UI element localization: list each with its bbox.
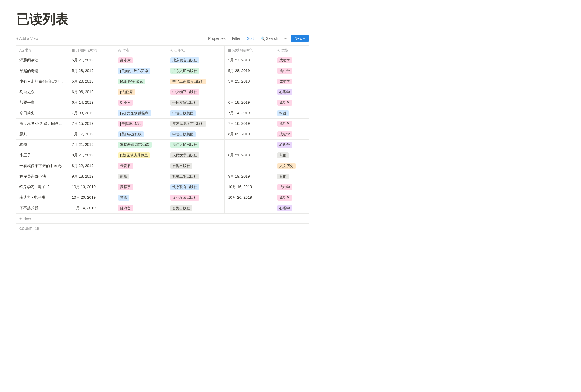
type-tag: 成功学 — [277, 100, 292, 106]
table-container: Aa 书名 ☰ 开始阅读时间 ◎ 作者 — [16, 45, 309, 234]
cell-end-date: 8月 21, 2019 — [225, 150, 274, 161]
cell-author: [法] 圣埃克苏佩里 — [115, 150, 167, 161]
author-tag: 最爱君 — [118, 163, 133, 169]
plus-icon: + — [19, 216, 22, 221]
col-header-start-date[interactable]: ☰ 开始阅读时间 — [68, 46, 115, 55]
cell-start-date: 7月 17, 2019 — [68, 129, 115, 140]
author-tag: 彭小六 — [118, 57, 133, 63]
table-row[interactable]: 乌合之众 6月 06, 2019 [法]勒庞 中央编译出版社 心理学 — [16, 87, 309, 97]
type-tag: 成功学 — [277, 184, 292, 190]
page-title: 已读列表 — [16, 11, 309, 28]
cell-name: 一看就停不下来的中国史... — [16, 161, 68, 171]
table-row[interactable]: 一看就停不下来的中国史... 8月 22, 2019 最爱君 台海出版社 人文历… — [16, 161, 309, 171]
table-row[interactable]: 少有人走的路4在焦虑的... 5月 28, 2019 M.斯科特·派克 中华工商… — [16, 76, 309, 87]
author-tag: 彭小六 — [118, 100, 133, 106]
more-options-button[interactable]: ··· — [282, 35, 289, 42]
col-header-end-date[interactable]: ☰ 完成阅读时间 — [225, 46, 274, 55]
cell-publisher: 文化发展出版社 — [167, 192, 225, 203]
calendar-icon: ☰ — [72, 48, 75, 53]
cell-end-date: 6月 18, 2019 — [225, 97, 274, 108]
cell-start-date: 5月 21, 2019 — [68, 55, 115, 66]
table-row[interactable]: 稀缺 7月 21, 2019 塞德希尔·穆来纳森 浙江人民出版社 心理学 — [16, 140, 309, 150]
table-row[interactable]: 颠覆平庸 6月 14, 2019 彭小六 中国友谊出版社 6月 18, 2019… — [16, 97, 309, 108]
publisher-tag: 江苏凤凰文艺出版社 — [170, 121, 206, 127]
table-row[interactable]: 原则 7月 17, 2019 [美] 瑞·达利欧 中信出版集团 8月 09, 2… — [16, 129, 309, 140]
publisher-tag: 人民文学出版社 — [170, 152, 199, 158]
cell-end-date: 7月 16, 2019 — [225, 119, 274, 129]
cell-start-date: 6月 06, 2019 — [68, 87, 115, 97]
cell-publisher: 北京联合出版社 — [167, 182, 225, 192]
filter-button[interactable]: Filter — [230, 35, 243, 42]
col-header-type[interactable]: ◎ 类型 — [274, 46, 309, 55]
table-row[interactable]: 深度思考-不断逼近问题... 7月 15, 2019 [美]莫琳·希凯 江苏凤凰… — [16, 119, 309, 129]
cell-name: 颠覆平庸 — [16, 97, 68, 108]
footer-new-button[interactable]: + New — [16, 214, 309, 224]
properties-button[interactable]: Properties — [206, 35, 228, 42]
publisher-tag: 中华工商联合出版社 — [170, 79, 206, 84]
cell-name: 洋葱阅读法 — [16, 55, 68, 66]
author-tag: [法] 圣埃克苏佩里 — [118, 152, 150, 158]
type-tag: 成功学 — [277, 68, 292, 74]
cell-start-date: 8月 21, 2019 — [68, 150, 115, 161]
cell-end-date — [225, 87, 274, 97]
type-tag: 成功学 — [277, 131, 292, 137]
author-tag: [法]勒庞 — [118, 89, 135, 95]
add-view-button[interactable]: + Add a View — [16, 36, 38, 41]
calendar-icon-2: ☰ — [228, 48, 231, 53]
cell-end-date: 10月 16, 2019 — [225, 182, 274, 192]
col-header-author[interactable]: ◎ 作者 — [115, 46, 167, 55]
cell-publisher: 广东人民出版社 — [167, 66, 225, 76]
cell-type: 心理学 — [274, 87, 309, 97]
sort-button[interactable]: Sort — [245, 35, 256, 42]
cell-end-date: 5月 27, 2019 — [225, 55, 274, 66]
cell-author: 塞德希尔·穆来纳森 — [115, 140, 167, 150]
cell-name: 乌合之众 — [16, 87, 68, 97]
cell-end-date: 9月 19, 2019 — [225, 171, 274, 182]
publisher-tag: 中信出版集团 — [170, 131, 196, 137]
table-row[interactable]: 洋葱阅读法 5月 21, 2019 彭小六 北京联合出版社 5月 27, 201… — [16, 55, 309, 66]
cell-type: 人文历史 — [274, 161, 309, 171]
cell-author: 胡峰 — [115, 171, 167, 182]
cell-author: [以] 尤瓦尔·赫拉利 — [115, 108, 167, 119]
author-tag: 塞德希尔·穆来纳森 — [118, 142, 152, 148]
publisher-tag: 浙江人民出版社 — [170, 142, 199, 148]
publisher-tag: 文化发展出版社 — [170, 195, 199, 201]
table-row[interactable]: 了不起的我 11月 14, 2019 陈海贤 台海出版社 心理学 — [16, 203, 309, 214]
cell-end-date — [225, 140, 274, 150]
table-row[interactable]: 今日简史 7月 03, 2019 [以] 尤瓦尔·赫拉利 中信出版集团 7月 1… — [16, 108, 309, 119]
new-button[interactable]: New ▾ — [291, 35, 309, 42]
cell-end-date: 8月 09, 2019 — [225, 129, 274, 140]
author-tag: [以] 尤瓦尔·赫拉利 — [118, 110, 151, 116]
cell-name: 了不起的我 — [16, 203, 68, 214]
cell-start-date: 7月 15, 2019 — [68, 119, 115, 129]
type-tag: 科普 — [277, 110, 289, 116]
table-row[interactable]: 小王子 8月 21, 2019 [法] 圣埃克苏佩里 人民文学出版社 8月 21… — [16, 150, 309, 161]
table-row[interactable]: 终身学习 - 电子书 10月 13, 2019 罗振宇 北京联合出版社 10月 … — [16, 182, 309, 192]
col-header-publisher[interactable]: ◎ 出版社 — [167, 46, 225, 55]
search-button[interactable]: 🔍 Search — [258, 35, 280, 42]
table-row[interactable]: 早起的奇迹 5月 28, 2019 [美]哈尔·埃尔罗德 广东人民出版社 5月 … — [16, 66, 309, 76]
cell-start-date: 11月 14, 2019 — [68, 203, 115, 214]
publisher-tag: 广东人民出版社 — [170, 68, 199, 74]
main-table: Aa 书名 ☰ 开始阅读时间 ◎ 作者 — [16, 46, 309, 214]
cell-author: 彭小六 — [115, 55, 167, 66]
cell-author: 贺嘉 — [115, 192, 167, 203]
publisher-tag: 台海出版社 — [170, 205, 192, 211]
author-tag: M.斯科特·派克 — [118, 79, 145, 84]
table-row[interactable]: 程序员进阶心法 9月 18, 2019 胡峰 机械工业出版社 9月 19, 20… — [16, 171, 309, 182]
col-header-name[interactable]: Aa 书名 — [16, 46, 68, 55]
author-tag: [美]莫琳·希凯 — [118, 121, 143, 127]
cell-author: 彭小六 — [115, 97, 167, 108]
table-row[interactable]: 表达力 - 电子书 10月 20, 2019 贺嘉 文化发展出版社 10月 26… — [16, 192, 309, 203]
cell-name: 深度思考-不断逼近问题... — [16, 119, 68, 129]
cell-start-date: 5月 28, 2019 — [68, 66, 115, 76]
toolbar-right: Properties Filter Sort 🔍 Search ··· New … — [206, 35, 309, 42]
cell-publisher: 人民文学出版社 — [167, 150, 225, 161]
cell-author: 最爱君 — [115, 161, 167, 171]
cell-name: 少有人走的路4在焦虑的... — [16, 76, 68, 87]
cell-start-date: 10月 20, 2019 — [68, 192, 115, 203]
cell-name: 程序员进阶心法 — [16, 171, 68, 182]
author-tag: 罗振宇 — [118, 184, 133, 190]
cell-publisher: 台海出版社 — [167, 161, 225, 171]
publisher-tag: 台海出版社 — [170, 163, 192, 169]
